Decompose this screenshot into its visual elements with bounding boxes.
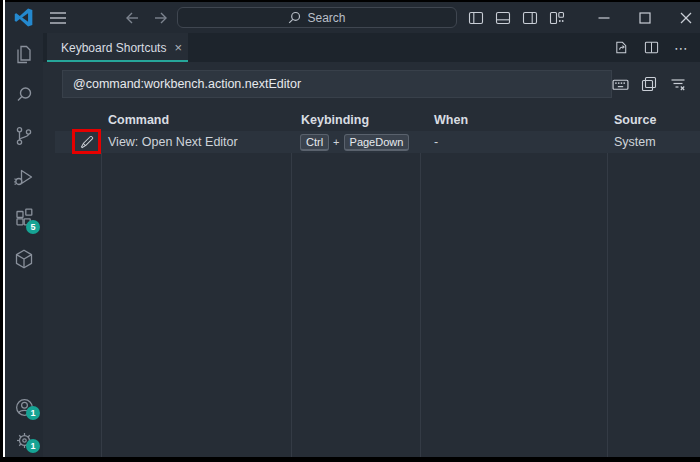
minimize-button[interactable] (597, 11, 610, 24)
toggle-primary-sidebar-icon[interactable] (467, 9, 484, 26)
search-icon (288, 11, 301, 24)
sort-precedence-icon (641, 76, 657, 92)
row-source: System (614, 131, 656, 153)
record-keys-button[interactable] (611, 75, 629, 93)
keybindings-table: Command Keybinding When Source View: Ope… (55, 108, 700, 457)
row-keybinding: Ctrl + PageDown (300, 131, 409, 153)
column-header-keybinding: Keybinding (301, 108, 369, 131)
sidebar-item-search[interactable] (5, 74, 43, 115)
accounts-button[interactable]: 1 (5, 391, 43, 424)
split-editor-icon (644, 40, 659, 55)
key-plus: + (333, 136, 339, 148)
key-chip: Ctrl (300, 134, 329, 151)
keyboard-shortcuts-editor: Command Keybinding When Source View: Ope… (43, 62, 700, 457)
column-header-command: Command (108, 108, 169, 131)
column-divider (420, 131, 421, 457)
key-chip: PageDown (344, 134, 410, 151)
explorer-icon (12, 42, 36, 66)
clear-filter-icon (670, 76, 686, 92)
more-actions-icon: ⋯ (674, 40, 689, 56)
tab-label: Keyboard Shortcuts (61, 41, 166, 55)
column-divider (291, 131, 292, 457)
settings-badge: 1 (26, 439, 40, 453)
search-view-icon (12, 83, 36, 107)
keybindings-search-input[interactable] (62, 70, 612, 98)
vscode-logo-icon (14, 8, 33, 27)
back-button[interactable] (123, 9, 140, 26)
more-actions-button[interactable]: ⋯ (673, 39, 690, 56)
table-row[interactable]: View: Open Next Editor Ctrl + PageDown -… (55, 131, 700, 153)
open-keyboard-shortcuts-json-button[interactable] (613, 39, 630, 56)
extensions-badge: 5 (26, 220, 40, 234)
row-when: - (434, 131, 438, 153)
titlebar: Search (5, 2, 700, 33)
keyboard-icon (612, 76, 629, 93)
tab-close-icon[interactable]: × (174, 41, 182, 54)
open-json-icon (614, 40, 629, 55)
sidebar-item-source-control[interactable] (5, 115, 43, 156)
sidebar-item-explorer[interactable] (5, 33, 43, 74)
column-divider (607, 131, 608, 457)
table-header: Command Keybinding When Source (55, 108, 700, 131)
customize-layout-icon[interactable] (548, 9, 565, 26)
toggle-panel-icon[interactable] (494, 9, 511, 26)
run-debug-icon (12, 165, 36, 189)
tab-bar: Keyboard Shortcuts × ⋯ (43, 33, 700, 62)
settings-button[interactable]: 1 (5, 424, 43, 457)
menu-icon[interactable] (49, 9, 67, 26)
toggle-secondary-sidebar-icon[interactable] (521, 9, 538, 26)
activity-bar: 5 1 1 (5, 33, 43, 457)
column-header-source: Source (614, 108, 656, 131)
clear-search-button[interactable] (669, 75, 687, 93)
close-window-button[interactable] (679, 11, 692, 24)
row-command: View: Open Next Editor (108, 131, 238, 153)
vscode-window: Search (5, 2, 700, 457)
split-editor-button[interactable] (643, 39, 660, 56)
command-center-search[interactable]: Search (177, 7, 457, 28)
search-placeholder: Search (307, 11, 345, 25)
annotation-red-box (72, 129, 101, 154)
edit-pencil-icon[interactable] (80, 135, 94, 149)
sidebar-item-run-debug[interactable] (5, 156, 43, 197)
tab-keyboard-shortcuts[interactable]: Keyboard Shortcuts × (47, 33, 188, 62)
sidebar-item-package[interactable] (5, 238, 43, 279)
column-header-when: When (434, 108, 468, 131)
accounts-badge: 1 (26, 406, 40, 420)
sidebar-item-extensions[interactable]: 5 (5, 197, 43, 238)
source-control-icon (12, 124, 36, 148)
forward-button[interactable] (153, 9, 170, 26)
column-divider (101, 131, 102, 457)
maximize-button[interactable] (638, 11, 651, 24)
sort-by-precedence-button[interactable] (640, 75, 658, 93)
package-icon (12, 247, 36, 271)
